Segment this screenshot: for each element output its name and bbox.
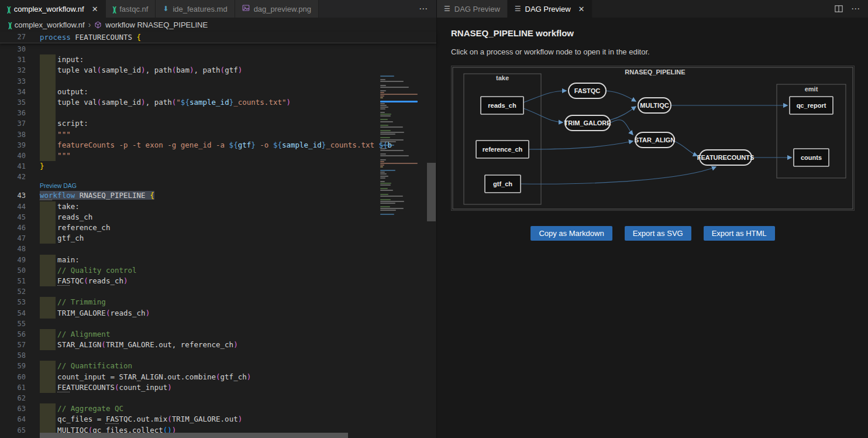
dag-node-STAR_ALIGN[interactable]: STAR_ALIGN <box>635 132 676 148</box>
dag-edge-reads_ch-to-FASTQC <box>523 91 566 102</box>
copy-as-markdown-button[interactable]: Copy as Markdown <box>531 226 612 241</box>
breadcrumb-symbol[interactable]: workflow RNASEQ_PIPELINE <box>105 20 208 29</box>
tab-dag-preview-png[interactable]: dag_preview.png <box>235 0 319 18</box>
dag-outer-cluster-label: RNASEQ_PIPELINE <box>625 69 685 76</box>
code-line-text: input: <box>40 54 84 65</box>
code-token: // Trimming <box>40 297 106 306</box>
breadcrumb-file[interactable]: complex_workflow.nf <box>15 20 85 29</box>
code-line-38[interactable]: 38 """ <box>0 129 379 140</box>
code-line-43[interactable]: 43workflow RNASEQ_PIPELINE { <box>0 190 379 201</box>
code-line-30[interactable]: 30 <box>0 44 379 54</box>
left-tabbar-more-icon[interactable]: ⋯ <box>419 0 428 18</box>
minimap-line <box>380 103 385 104</box>
dag-node-FEATURECOUNTS[interactable]: FEATURECOUNTS <box>697 150 755 165</box>
minimap-line <box>380 95 384 97</box>
code-line-52[interactable]: 52 <box>0 286 379 297</box>
close-tab-icon[interactable]: ✕ <box>578 5 585 13</box>
code-line-53[interactable]: 53 // Trimming <box>0 297 379 307</box>
vertical-scrollbar[interactable] <box>427 163 436 221</box>
code-editor[interactable]: 3031 input:32 tuple val(sample_id), path… <box>0 43 436 438</box>
code-line-40[interactable]: 40 """ <box>0 150 379 161</box>
code-line-37[interactable]: 37 script: <box>0 118 379 129</box>
code-line-32[interactable]: 32 tuple val(sample_id), path(bam), path… <box>0 65 379 76</box>
code-line-54[interactable]: 54 TRIM_GALORE(reads_ch) <box>0 308 379 319</box>
code-line-62[interactable]: 62 <box>0 393 379 403</box>
code-line-44[interactable]: 44 take: <box>0 201 379 212</box>
code-line-48[interactable]: 48 <box>0 244 379 254</box>
code-line-63[interactable]: 63 // Aggregate QC <box>0 403 379 414</box>
minimap-line <box>380 94 418 95</box>
tab-complex-workflow-nf[interactable]: )(complex_workflow.nf✕ <box>0 0 106 18</box>
code-token: tuple val <box>40 98 97 107</box>
dag-node-reads_ch[interactable]: reads_ch <box>481 97 523 114</box>
code-line-41[interactable]: 41} <box>0 161 379 172</box>
export-as-html-button[interactable]: Export as HTML <box>704 226 775 241</box>
line-number: 55 <box>0 319 26 329</box>
code-token <box>40 276 57 285</box>
code-token: // Alignment <box>40 330 110 338</box>
dag-node-gtf_ch[interactable]: gtf_ch <box>485 175 521 193</box>
code-line-39[interactable]: 39 featureCounts -p -t exon -g gene_id -… <box>0 140 379 150</box>
code-line-57[interactable]: 57 STAR_ALIGN(TRIM_GALORE.out, reference… <box>0 340 379 350</box>
minimap-line <box>380 210 396 211</box>
code-line-59[interactable]: 59 // Quantification <box>0 361 379 371</box>
minimap-line <box>380 81 404 82</box>
code-line-35[interactable]: 35 tuple val(sample_id), path("${sample_… <box>0 97 379 108</box>
code-line-60[interactable]: 60 count_input = STAR_ALIGN.out.combine(… <box>0 372 379 382</box>
code-line-47[interactable]: 47 gtf_ch <box>0 233 379 244</box>
code-line-31[interactable]: 31 input: <box>0 54 379 65</box>
sticky-scroll-line[interactable]: 27process FEATURECOUNTS { <box>0 32 436 43</box>
code-line-33[interactable]: 33 <box>0 76 379 87</box>
code-line-45[interactable]: 45 reads_ch <box>0 212 379 223</box>
line-number: 64 <box>0 414 26 425</box>
dag-node-counts[interactable]: counts <box>794 149 829 166</box>
close-tab-icon[interactable]: ✕ <box>92 5 98 13</box>
export-as-svg-button[interactable]: Export as SVG <box>625 226 691 241</box>
line-number: 31 <box>0 54 26 65</box>
dag-node-TRIM_GALORE[interactable]: TRIM_GALORE <box>564 115 611 131</box>
code-token: // Quantification <box>40 361 132 370</box>
code-line-46[interactable]: 46 reference_ch <box>0 223 379 233</box>
code-line-42[interactable]: 42 <box>0 172 379 182</box>
right-tabbar-more-icon[interactable]: ⋯ <box>851 4 860 14</box>
code-line-58[interactable]: 58 <box>0 350 379 361</box>
code-line-55[interactable]: 55 <box>0 319 379 329</box>
horizontal-scrollbar[interactable] <box>40 433 348 438</box>
dag-node-FASTQC[interactable]: FASTQC <box>569 83 606 98</box>
line-number: 62 <box>0 393 26 403</box>
minimap-line <box>380 107 388 108</box>
split-editor-icon[interactable] <box>835 5 843 13</box>
svg-text:counts: counts <box>801 154 822 161</box>
code-line-51[interactable]: 51 FASTQC(reads_ch) <box>0 276 379 286</box>
dag-node-qc_report[interactable]: qc_report <box>790 97 833 114</box>
dag-node-MULTIQC[interactable]: MULTIQC <box>638 98 671 113</box>
code-token: process <box>40 33 71 42</box>
minimap-line <box>380 115 391 117</box>
code-line-text: """ <box>40 150 71 161</box>
panel-tab-dag-preview[interactable]: ☰DAG Preview✕ <box>508 0 593 18</box>
minimap-line <box>380 139 404 141</box>
code-token: // Aggregate QC <box>40 404 123 413</box>
panel-tab-dag-preview[interactable]: ☰DAG Preview <box>437 0 508 18</box>
panel-subtitle: Click on a process or workflow node to o… <box>451 47 855 56</box>
codelens-preview-dag[interactable]: Preview DAG <box>0 182 379 190</box>
tab-ide-features-md[interactable]: ⬇ide_features.md <box>156 0 235 18</box>
code-line-61[interactable]: 61 FEATURECOUNTS(count_input) <box>0 382 379 393</box>
code-line-49[interactable]: 49 main: <box>0 255 379 265</box>
symbol-workflow-icon <box>94 21 102 29</box>
minimap-line <box>380 145 394 146</box>
code-token: -o <box>256 141 273 149</box>
code-token: ( <box>84 276 88 285</box>
code-line-64[interactable]: 64 qc_files = FASTQC.out.mix(TRIM_GALORE… <box>0 414 379 425</box>
minimap[interactable] <box>379 76 426 438</box>
minimap-line <box>380 119 388 120</box>
tab-fastqc-nf[interactable]: )(fastqc.nf <box>106 0 156 18</box>
code-line-text: // Alignment <box>40 329 110 340</box>
code-line-36[interactable]: 36 <box>0 108 379 118</box>
code-line-50[interactable]: 50 // Quality control <box>0 265 379 276</box>
code-line-34[interactable]: 34 output: <box>0 87 379 97</box>
code-token: ( <box>101 340 106 349</box>
sticky-line-text: process FEATURECOUNTS { <box>40 32 141 43</box>
dag-node-reference_ch[interactable]: reference_ch <box>476 141 529 158</box>
code-line-56[interactable]: 56 // Alignment <box>0 329 379 340</box>
